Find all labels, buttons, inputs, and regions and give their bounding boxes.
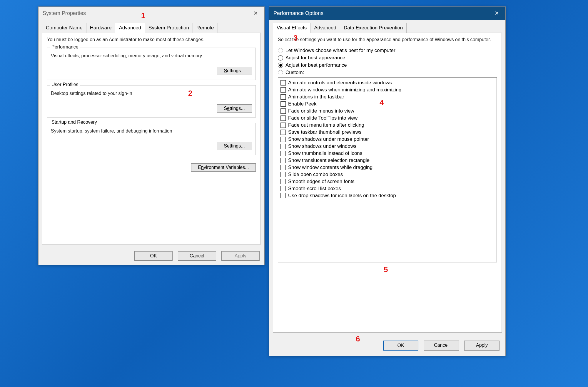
check-label: Show translucent selection rectangle <box>288 158 370 163</box>
group-user-profiles: User Profiles Desktop settings related t… <box>47 85 256 118</box>
check-item[interactable]: Smooth-scroll list boxes <box>280 185 494 192</box>
checkbox-icon <box>280 179 286 184</box>
check-label: Show shadows under mouse pointer <box>288 136 369 142</box>
tab-dep[interactable]: Data Execution Prevention <box>340 23 407 33</box>
check-item[interactable]: Show shadows under mouse pointer <box>280 136 494 143</box>
check-label: Save taskbar thumbnail previews <box>288 129 361 135</box>
check-label: Smooth edges of screen fonts <box>288 179 355 185</box>
group-startup-recovery: Startup and Recovery System startup, sys… <box>47 123 256 155</box>
annotation-4: 4 <box>380 98 384 107</box>
checkbox-icon <box>280 137 286 142</box>
sysprops-title: System Properties <box>43 10 86 16</box>
check-label: Slide open combo boxes <box>288 172 343 177</box>
check-label: Animations in the taskbar <box>288 94 344 100</box>
annotation-2: 2 <box>188 89 192 98</box>
sysprops-tabs: Computer Name Hardware Advanced System P… <box>42 23 261 33</box>
perf-cancel-button[interactable]: Cancel <box>424 341 459 351</box>
checkbox-icon <box>280 101 286 107</box>
radio-let-windows-choose[interactable]: Let Windows choose what's best for my co… <box>278 48 497 53</box>
radio-icon <box>278 55 283 61</box>
radio-custom[interactable]: Custom: <box>278 70 497 76</box>
checkbox-icon <box>280 123 286 128</box>
tab-hardware[interactable]: Hardware <box>86 23 116 33</box>
checkbox-icon <box>280 144 286 149</box>
group-startup-legend: Startup and Recovery <box>50 120 98 125</box>
tab-system-protection[interactable]: System Protection <box>145 23 193 33</box>
perf-ok-button[interactable]: OK <box>383 341 418 351</box>
group-performance-text: Visual effects, processor scheduling, me… <box>51 53 252 58</box>
checkbox-icon <box>280 151 286 156</box>
sysprops-body: You must be logged on as an Administrato… <box>42 33 261 244</box>
group-performance: Performance Visual effects, processor sc… <box>47 48 256 80</box>
sysprops-apply-button[interactable]: Apply <box>221 251 260 261</box>
perf-intro: Select the settings you want to use for … <box>278 37 497 42</box>
checkbox-icon <box>280 193 286 198</box>
checkbox-icon <box>280 94 286 100</box>
performance-settings-button[interactable]: Settings... <box>217 67 252 75</box>
check-item[interactable]: Animations in the taskbar <box>280 93 494 100</box>
tab-remote[interactable]: Remote <box>193 23 218 33</box>
sysprops-intro: You must be logged on as an Administrato… <box>47 37 256 42</box>
radio-icon <box>278 63 283 68</box>
group-user-profiles-legend: User Profiles <box>50 82 80 87</box>
tab-visual-effects[interactable]: Visual Effects <box>273 23 310 33</box>
check-item[interactable]: Save taskbar thumbnail previews <box>280 129 494 136</box>
perf-title: Performance Options <box>273 10 323 16</box>
perf-dialog-buttons: OK Cancel Apply <box>383 341 500 351</box>
checkbox-icon <box>280 158 286 163</box>
startup-settings-button[interactable]: Settings... <box>217 142 252 150</box>
radio-best-appearance[interactable]: Adjust for best appearance <box>278 55 497 61</box>
perf-titlebar: Performance Options ✕ <box>269 7 505 20</box>
check-item[interactable]: Show shadows under windows <box>280 143 494 150</box>
sysprops-dialog-buttons: OK Cancel Apply <box>134 251 260 261</box>
check-item[interactable]: Show window contents while dragging <box>280 164 494 171</box>
check-item[interactable]: Use drop shadows for icon labels on the … <box>280 192 494 199</box>
visual-effects-list[interactable]: Animate controls and elements inside win… <box>278 77 497 262</box>
check-item[interactable]: Animate controls and elements inside win… <box>280 79 494 86</box>
check-item[interactable]: Smooth edges of screen fonts <box>280 178 494 185</box>
tab-advanced[interactable]: Advanced <box>115 23 145 33</box>
check-label: Fade out menu items after clicking <box>288 122 364 128</box>
group-performance-legend: Performance <box>50 44 80 50</box>
annotation-3: 3 <box>293 33 298 43</box>
sysprops-cancel-button[interactable]: Cancel <box>178 251 216 261</box>
annotation-5: 5 <box>384 265 388 274</box>
check-item[interactable]: Show translucent selection rectangle <box>280 157 494 164</box>
perf-apply-button[interactable]: Apply <box>464 341 500 351</box>
check-item[interactable]: Slide open combo boxes <box>280 171 494 178</box>
check-item[interactable]: Enable Peek <box>280 100 494 108</box>
check-item[interactable]: Fade or slide menus into view <box>280 108 494 115</box>
close-icon[interactable]: ✕ <box>250 9 261 18</box>
check-item[interactable]: Fade out menu items after clicking <box>280 122 494 129</box>
group-startup-text: System startup, system failure, and debu… <box>51 128 252 134</box>
perf-body: Select the settings you want to use for … <box>273 33 502 333</box>
annotation-6: 6 <box>356 334 360 344</box>
check-label: Animate controls and elements inside win… <box>288 80 392 86</box>
check-item[interactable]: Show thumbnails instead of icons <box>280 150 494 157</box>
radio-icon <box>278 48 283 53</box>
tab-perf-advanced[interactable]: Advanced <box>310 23 340 33</box>
user-profiles-settings-button[interactable]: Settings... <box>217 104 252 113</box>
checkbox-icon <box>280 115 286 121</box>
check-item[interactable]: Fade or slide ToolTips into view <box>280 115 494 122</box>
system-properties-window: System Properties ✕ Computer Name Hardwa… <box>38 6 265 265</box>
radio-best-performance[interactable]: Adjust for best performance <box>278 62 497 68</box>
tab-computer-name[interactable]: Computer Name <box>42 23 86 33</box>
check-label: Show window contents while dragging <box>288 165 372 170</box>
checkbox-icon <box>280 130 286 135</box>
check-label: Show shadows under windows <box>288 143 356 149</box>
checkbox-icon <box>280 80 286 86</box>
group-user-profiles-text: Desktop settings related to your sign-in <box>51 91 252 96</box>
check-item[interactable]: Animate windows when minimizing and maxi… <box>280 86 494 93</box>
checkbox-icon <box>280 172 286 177</box>
check-label: Enable Peek <box>288 101 316 107</box>
performance-options-window: Performance Options ✕ Visual Effects Adv… <box>269 6 506 356</box>
sysprops-ok-button[interactable]: OK <box>134 251 173 261</box>
check-label: Use drop shadows for icon labels on the … <box>288 193 396 199</box>
close-icon[interactable]: ✕ <box>491 9 502 18</box>
environment-variables-button[interactable]: Environment Variables... <box>191 163 256 172</box>
annotation-1: 1 <box>141 11 145 20</box>
checkbox-icon <box>280 108 286 114</box>
check-label: Show thumbnails instead of icons <box>288 150 362 156</box>
perf-tabs: Visual Effects Advanced Data Execution P… <box>273 23 502 33</box>
